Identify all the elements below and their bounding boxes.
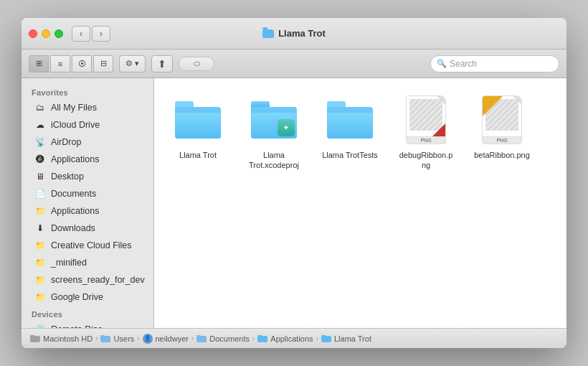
toolbar: ⊞ ≡ ⦿ ⊟ ⚙ ▾ ⬆ ⬭ 🔍 Search xyxy=(22,50,566,78)
png-label: PNG xyxy=(483,136,521,144)
png-icon: PNG xyxy=(482,95,522,144)
xcode-folder-icon: ✦ xyxy=(251,101,297,139)
breadcrumb-label: Llama Trot xyxy=(334,334,371,343)
file-icon-llama-trot-tests xyxy=(324,94,376,146)
macintosh-hd-icon xyxy=(30,335,40,342)
debug-preview xyxy=(409,99,442,131)
sidebar-item-all-my-files[interactable]: 🗂 All My Files xyxy=(24,99,151,116)
sidebar-item-label: Google Drive xyxy=(51,292,103,302)
breadcrumb-label: Documents xyxy=(209,334,250,343)
traffic-lights xyxy=(29,29,63,38)
sidebar-item-documents[interactable]: 📄 Documents xyxy=(24,185,151,202)
sidebar-item-desktop[interactable]: 🖥 Desktop xyxy=(24,168,151,185)
title-folder-icon xyxy=(262,29,274,38)
breadcrumb-label: Applications xyxy=(270,334,313,343)
folder-icon xyxy=(327,101,373,139)
google-drive-icon: 📁 xyxy=(34,291,46,303)
minimize-button[interactable] xyxy=(42,29,50,38)
forward-button[interactable]: › xyxy=(92,26,110,42)
png-label: PNG xyxy=(407,136,445,144)
file-label: debugRibbon.png xyxy=(398,150,454,171)
view-buttons: ⊞ ≡ ⦿ ⊟ xyxy=(29,55,113,72)
sidebar-item-applications2[interactable]: 📁 Applications xyxy=(24,202,151,220)
file-item-llama-trot-tests[interactable]: Llama TrotTests xyxy=(318,90,382,175)
sidebar-item-google-drive[interactable]: 📁 Google Drive xyxy=(24,288,151,306)
sidebar-item-label: Downloads xyxy=(51,223,95,233)
breadcrumb-item-applications[interactable]: Applications xyxy=(257,334,313,343)
breadcrumb-item-llama-trot[interactable]: Llama Trot xyxy=(321,334,371,343)
sidebar-item-downloads[interactable]: ⬇ Downloads xyxy=(24,220,151,237)
view-column-button[interactable]: ⦿ xyxy=(72,55,92,72)
gear-icon: ⚙ xyxy=(125,59,133,68)
png-icon: PNG xyxy=(406,95,446,144)
llama-trot-folder-icon xyxy=(321,335,331,342)
xcode-badge: ✦ xyxy=(278,119,295,136)
sidebar-item-screens-ready[interactable]: 📁 screens_ready_for_dev xyxy=(24,271,151,288)
action-chevron-icon: ▾ xyxy=(135,59,139,68)
breadcrumb-separator: › xyxy=(191,334,194,342)
search-box[interactable]: 🔍 Search xyxy=(430,55,559,72)
file-icon-llama-trot xyxy=(172,94,224,146)
sidebar-item-label: AirDrop xyxy=(51,137,81,147)
sidebar-item-label: _minified xyxy=(51,258,87,268)
file-icon-beta-ribbon: PNG xyxy=(476,94,528,146)
breadcrumb-separator: › xyxy=(95,334,98,342)
breadcrumb-separator: › xyxy=(137,334,139,342)
file-item-xcodeproj[interactable]: ✦ Llama Trot.xcodeproj xyxy=(242,90,306,175)
file-icon-xcodeproj: ✦ xyxy=(248,94,300,146)
favorites-label: Favorites xyxy=(22,84,153,99)
sidebar-item-remote-disc[interactable]: 💿 Remote Disc xyxy=(24,321,151,328)
sidebar-item-applications[interactable]: 🅐 Applications xyxy=(24,151,151,168)
sidebar-item-icloud-drive[interactable]: ☁ iCloud Drive xyxy=(24,116,151,133)
folder-icon: 📁 xyxy=(34,205,46,217)
file-item-llama-trot[interactable]: Llama Trot xyxy=(166,90,230,175)
main-content: Favorites 🗂 All My Files ☁ iCloud Drive … xyxy=(22,78,566,328)
file-label: Llama TrotTests xyxy=(322,150,378,160)
devices-label: Devices xyxy=(22,306,153,321)
breadcrumb-label: Users xyxy=(113,334,134,343)
apps-icon: 🅐 xyxy=(34,154,46,165)
sidebar: Favorites 🗂 All My Files ☁ iCloud Drive … xyxy=(22,78,154,328)
view-list-button[interactable]: ≡ xyxy=(50,55,70,72)
finder-window: ‹ › Llama Trot ⊞ ≡ ⦿ ⊟ ⚙ ▾ ⬆ ⬭ 🔍 Search xyxy=(22,18,566,348)
breadcrumb-item-macintosh-hd[interactable]: Macintosh HD xyxy=(30,334,93,343)
breadcrumb-item-neildwyer[interactable]: 👤 neildwyer xyxy=(143,334,189,344)
breadcrumb-item-users[interactable]: Users xyxy=(100,334,134,343)
creative-cloud-icon: 📁 xyxy=(34,240,46,251)
action-button[interactable]: ⚙ ▾ xyxy=(119,55,146,72)
close-button[interactable] xyxy=(29,29,37,38)
user-icon: 👤 xyxy=(143,334,153,344)
breadcrumb-label: Macintosh HD xyxy=(43,334,93,343)
sidebar-item-label: Applications xyxy=(51,206,99,216)
oval-icon: ⬭ xyxy=(194,59,200,68)
sidebar-item-minified[interactable]: 📁 _minified xyxy=(24,254,151,271)
breadcrumb-bar: Macintosh HD › Users › 👤 neildwyer › Doc… xyxy=(22,328,566,348)
sidebar-item-airdrop[interactable]: 📡 AirDrop xyxy=(24,133,151,151)
airdrop-icon: 📡 xyxy=(34,136,46,148)
breadcrumb-item-documents[interactable]: Documents xyxy=(196,334,250,343)
sidebar-item-creative-cloud[interactable]: 📁 Creative Cloud Files xyxy=(24,237,151,254)
sidebar-item-label: iCloud Drive xyxy=(51,120,100,130)
view-icon-button[interactable]: ⊞ xyxy=(29,55,49,72)
file-label: Llama Trot xyxy=(179,150,217,160)
window-title: Llama Trot xyxy=(262,28,326,39)
sidebar-item-label: Applications xyxy=(51,154,99,164)
file-label: Llama Trot.xcodeproj xyxy=(246,150,302,171)
screens-folder-icon: 📁 xyxy=(34,274,46,286)
desktop-icon: 🖥 xyxy=(34,171,46,182)
sidebar-item-label: Creative Cloud Files xyxy=(51,240,132,250)
maximize-button[interactable] xyxy=(54,29,63,38)
back-button[interactable]: ‹ xyxy=(72,26,90,42)
view-cover-button[interactable]: ⊟ xyxy=(93,55,113,72)
documents-folder-icon xyxy=(196,335,207,342)
file-item-debug-ribbon[interactable]: PNG debugRibbon.png xyxy=(394,90,458,175)
share-button[interactable]: ⬆ xyxy=(151,55,173,72)
file-item-beta-ribbon[interactable]: PNG betaRibbon.png xyxy=(470,90,534,175)
stack-icon: 🗂 xyxy=(34,102,46,113)
file-area: Llama Trot ✦ Llama Trot.xcodeproj xyxy=(154,78,566,328)
sidebar-item-label: Documents xyxy=(51,189,96,199)
sidebar-item-label: Desktop xyxy=(51,172,84,182)
file-icon-debug-ribbon: PNG xyxy=(400,94,452,146)
oval-button[interactable]: ⬭ xyxy=(179,57,214,71)
folder-icon xyxy=(175,101,221,139)
